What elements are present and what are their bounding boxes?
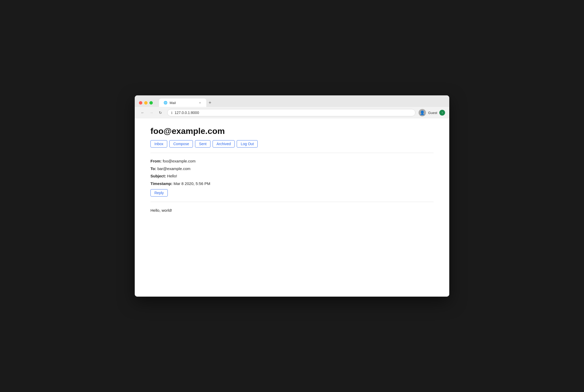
page-content: foo@example.com Inbox Compose Sent Archi… (135, 118, 449, 297)
back-button[interactable]: ← (139, 109, 146, 116)
archived-button[interactable]: Archived (213, 140, 235, 148)
divider-bottom (150, 202, 434, 202)
traffic-lights (139, 101, 153, 105)
nav-buttons-row: Inbox Compose Sent Archived Log Out (150, 140, 434, 148)
subject-label: Subject: (150, 174, 166, 178)
subject-value: Hello! (167, 174, 177, 178)
browser-controls: 🌐 Mail × + (139, 99, 445, 107)
email-timestamp: Timestamp: Mar 8 2020, 5:56 PM (150, 181, 434, 187)
close-button[interactable] (139, 101, 142, 105)
address-bar[interactable]: ℹ 127.0.0.1:8000 (167, 109, 415, 116)
email-from: From: foo@example.com (150, 158, 434, 164)
divider-top (150, 153, 434, 153)
new-tab-button[interactable]: + (206, 99, 214, 106)
address-info-icon: ℹ (171, 111, 172, 115)
email-meta: From: foo@example.com To: bar@example.co… (150, 158, 434, 197)
reply-button[interactable]: Reply (150, 189, 168, 197)
tab-favicon-icon: 🌐 (163, 101, 167, 105)
user-name: Guest (428, 111, 437, 115)
browser-nav-buttons: ← → ↻ (139, 109, 164, 116)
browser-window: 🌐 Mail × + ← → ↻ ℹ 127.0.0.1:8000 👤 Gues… (135, 95, 449, 297)
compose-button[interactable]: Compose (169, 140, 193, 148)
tab-close-icon[interactable]: × (198, 101, 202, 105)
page-header: foo@example.com Inbox Compose Sent Archi… (150, 126, 434, 148)
logout-button[interactable]: Log Out (237, 140, 258, 148)
from-value: foo@example.com (163, 159, 196, 163)
tab-bar: 🌐 Mail × + (159, 99, 445, 107)
sent-button[interactable]: Sent (195, 140, 210, 148)
browser-tab[interactable]: 🌐 Mail × (159, 99, 206, 107)
browser-toolbar: ← → ↻ ℹ 127.0.0.1:8000 👤 Guest ↑ (135, 107, 449, 118)
email-subject: Subject: Hello! (150, 173, 434, 179)
forward-button[interactable]: → (148, 109, 155, 116)
inbox-button[interactable]: Inbox (150, 140, 167, 148)
to-label: To: (150, 166, 156, 171)
minimize-button[interactable] (144, 101, 148, 105)
browser-titlebar: 🌐 Mail × + (135, 95, 449, 107)
maximize-button[interactable] (149, 101, 153, 105)
page-user-email: foo@example.com (150, 126, 434, 136)
refresh-button[interactable]: ↻ (157, 109, 164, 116)
user-avatar[interactable]: 👤 (419, 109, 426, 116)
notification-icon[interactable]: ↑ (439, 110, 445, 116)
address-text: 127.0.0.1:8000 (175, 111, 199, 115)
timestamp-label: Timestamp: (150, 181, 172, 186)
tab-title: Mail (170, 101, 196, 105)
timestamp-value: Mar 8 2020, 5:56 PM (174, 181, 210, 186)
from-label: From: (150, 159, 162, 163)
to-value: bar@example.com (157, 166, 190, 171)
email-body: Hello, world! (150, 207, 434, 214)
email-to: To: bar@example.com (150, 166, 434, 172)
browser-user: 👤 Guest ↑ (419, 109, 445, 116)
